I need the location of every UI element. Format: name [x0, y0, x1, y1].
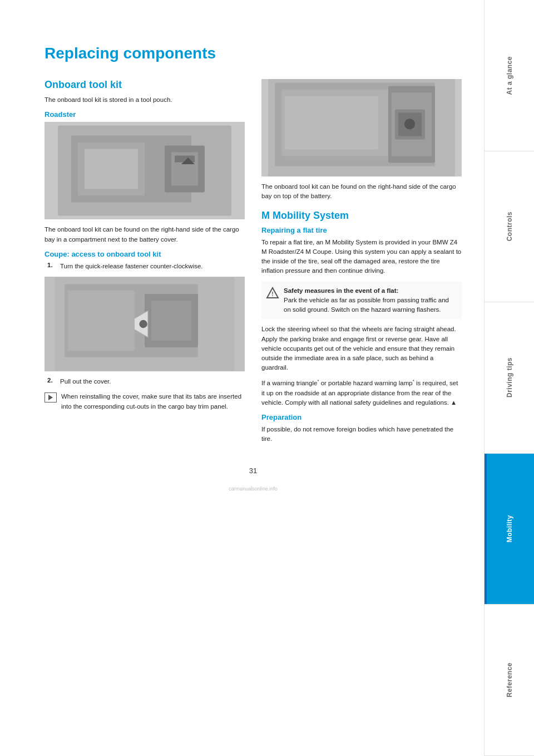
- step-2: 2. Pull out the cover.: [47, 377, 245, 386]
- safety-warning-box: ! Safety measures in the event of a flat…: [261, 282, 462, 320]
- svg-text:!: !: [271, 291, 273, 297]
- step-1-number: 1.: [47, 262, 56, 271]
- svg-point-16: [139, 320, 147, 328]
- svg-rect-17: [68, 291, 135, 351]
- safety-text-1: Park the vehicle as far as possible from…: [284, 296, 457, 315]
- play-icon: [44, 392, 57, 402]
- svg-rect-8: [85, 149, 138, 189]
- reinstall-note: When reinstalling the cover, make sure t…: [44, 392, 245, 411]
- coupe-heading: Coupe: access to onboard tool kit: [44, 250, 245, 258]
- sidebar-mobility-label: Mobility: [506, 515, 513, 542]
- svg-point-27: [404, 119, 415, 129]
- sidebar-accent: [484, 454, 487, 605]
- sidebar-controls: Controls: [484, 151, 534, 303]
- asterisk-1: *: [317, 379, 319, 384]
- step-2-text: Pull out the cover.: [60, 377, 111, 386]
- roadster-heading: Roadster: [44, 110, 245, 119]
- asterisk-2: *: [413, 379, 414, 384]
- note-text: When reinstalling the cover, make sure t…: [61, 392, 245, 411]
- right-column: Z4_31_06 The onboard tool kit can be fou…: [261, 79, 462, 450]
- step-2-number: 2.: [47, 377, 56, 386]
- onboard-tool-kit-intro: The onboard tool kit is stored in a tool…: [44, 95, 245, 105]
- safety-text-3-content: If a warning triangle* or portable hazar…: [261, 380, 458, 406]
- sidebar-driving-tips-label: Driving tips: [506, 357, 513, 397]
- preparation-text: If possible, do not remove foreign bodie…: [261, 425, 462, 444]
- coupe-right-caption: The onboard tool kit can be found on the…: [261, 182, 462, 202]
- sidebar-at-a-glance-label: At a glance: [506, 56, 513, 95]
- coupe-right-image: Z4_31_06: [261, 79, 462, 176]
- sidebar-at-a-glance: At a glance: [484, 0, 534, 151]
- play-triangle: [48, 395, 53, 400]
- m-mobility-heading: M Mobility System: [261, 210, 462, 222]
- svg-rect-14: [151, 301, 191, 341]
- step2-container: 2. Pull out the cover.: [47, 377, 245, 386]
- coupe-right-image-container: Z4_31_06 The onboard tool kit can be fou…: [261, 79, 462, 202]
- page-number: 31: [249, 467, 257, 480]
- sidebar-controls-label: Controls: [506, 212, 513, 241]
- sidebar-reference: Reference: [484, 605, 534, 756]
- onboard-tool-kit-heading: Onboard tool kit: [44, 79, 245, 91]
- coupe-right-img-graphic: Z4_31_06: [261, 79, 462, 176]
- coupe-img-graphic: Z4_31_05: [44, 277, 245, 371]
- end-mark-1: [452, 401, 456, 405]
- sidebar: At a glance Controls Driving tips Mobili…: [484, 0, 534, 756]
- sidebar-mobility: Mobility: [484, 454, 534, 605]
- steps-list: 1. Turn the quick-release fastener count…: [47, 262, 245, 271]
- sidebar-driving-tips: Driving tips: [484, 302, 534, 454]
- roadster-image: Z4_31_04: [44, 122, 245, 219]
- sidebar-reference-label: Reference: [506, 662, 513, 698]
- footer: 31: [44, 450, 462, 483]
- safety-text-2: Lock the steering wheel so that the whee…: [261, 325, 462, 372]
- flat-tire-heading: Repairing a flat tire: [261, 226, 462, 234]
- safety-text-3: If a warning triangle* or portable hazar…: [261, 379, 462, 408]
- main-content: Replacing components Onboard tool kit Th…: [0, 0, 484, 756]
- svg-rect-28: [285, 96, 378, 150]
- step-1-text: Turn the quick-release fastener counter-…: [60, 262, 203, 271]
- coupe-image: Z4_31_05: [44, 277, 245, 371]
- safety-heading-text: Safety measures in the event of a flat:: [284, 286, 457, 296]
- page-title: Replacing components: [44, 45, 462, 62]
- roadster-img-graphic: Z4_31_04: [44, 122, 245, 219]
- left-column: Onboard tool kit The onboard tool kit is…: [44, 79, 245, 450]
- safety-text-container: Safety measures in the event of a flat: …: [284, 286, 457, 315]
- step-1: 1. Turn the quick-release fastener count…: [47, 262, 245, 271]
- roadster-caption: The onboard tool kit can be found on the…: [44, 225, 245, 244]
- warning-triangle-icon: !: [266, 287, 279, 300]
- flat-tire-intro: To repair a flat tire, an M Mobility Sys…: [261, 238, 462, 276]
- preparation-heading: Preparation: [261, 413, 462, 421]
- safety-heading-bold: Safety measures in the event of a flat:: [284, 287, 398, 294]
- page-container: Replacing components Onboard tool kit Th…: [0, 0, 534, 756]
- two-col-layout: Onboard tool kit The onboard tool kit is…: [44, 79, 462, 450]
- watermark: carmanualsonline.info: [44, 483, 462, 494]
